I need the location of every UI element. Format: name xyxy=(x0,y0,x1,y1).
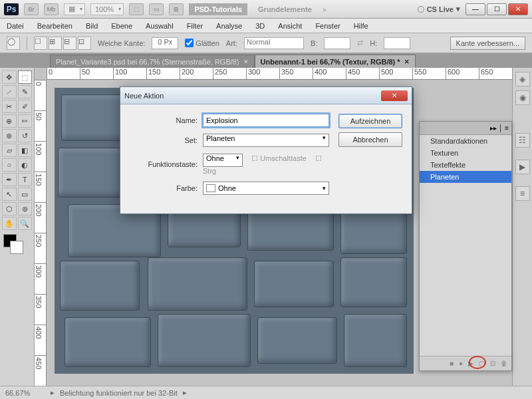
shape-tool[interactable]: ▭ xyxy=(18,188,33,201)
minimize-button[interactable]: — xyxy=(466,3,485,15)
function-key-select[interactable]: Ohne xyxy=(203,154,243,167)
menu-3d[interactable]: 3D xyxy=(249,22,271,30)
type-tool[interactable]: T xyxy=(18,173,33,186)
menu-bearbeiten[interactable]: Bearbeiten xyxy=(31,22,79,30)
bridge-button[interactable]: Br xyxy=(24,3,39,15)
lasso-tool[interactable]: ⟋ xyxy=(2,85,17,98)
dialog-close-button[interactable]: ✕ xyxy=(381,90,408,101)
pen-tool[interactable]: ✒ xyxy=(2,173,17,186)
toolbox: ✥⬚ ⟋✎ ✂✐ ⊕✏ ⊛↺ ▱◧ ○◐ ✒T ↖▭ ⬡⊚ ✋🔍 xyxy=(0,68,35,386)
maximize-button[interactable]: ☐ xyxy=(487,3,507,15)
close-button[interactable]: ✕ xyxy=(508,3,528,15)
zoom-display[interactable]: 66,67% xyxy=(5,389,45,397)
3d-tool[interactable]: ⬡ xyxy=(2,202,17,215)
close-icon[interactable]: ✕ xyxy=(243,59,249,65)
path-tool[interactable]: ↖ xyxy=(2,188,17,201)
close-icon[interactable]: ✕ xyxy=(404,59,410,65)
document-tab-2[interactable]: Unbenannt-1 bei 66,7% (Textur, RGB/8) *✕ xyxy=(255,55,416,68)
menu-analyse[interactable]: Analyse xyxy=(209,22,249,30)
menu-ebene[interactable]: Ebene xyxy=(104,22,139,30)
function-key-label: Funktionstaste: xyxy=(130,160,203,168)
view-icon-1[interactable]: ⬚ xyxy=(129,3,144,15)
3d-camera-tool[interactable]: ⊚ xyxy=(18,202,33,215)
menu-ansicht[interactable]: Ansicht xyxy=(271,22,309,30)
document-tab-1[interactable]: Planet_Variante3.psd bei 66,7% (Sternens… xyxy=(50,55,255,68)
zoom-dropdown[interactable]: 100% xyxy=(90,3,124,15)
history-brush-tool[interactable]: ↺ xyxy=(18,129,33,142)
name-label: Name: xyxy=(130,116,203,124)
menu-datei[interactable]: Datei xyxy=(0,22,31,30)
wand-tool[interactable]: ✎ xyxy=(18,85,33,98)
width-label: B: xyxy=(311,39,317,47)
menu-hilfe[interactable]: Hilfe xyxy=(347,22,375,30)
set-select[interactable]: Planeten xyxy=(203,134,329,147)
style-select[interactable]: Normal xyxy=(244,37,304,49)
width-input[interactable] xyxy=(324,37,350,49)
layers-icon[interactable]: ◈ xyxy=(515,72,530,86)
move-tool[interactable]: ✥ xyxy=(2,70,17,84)
gradient-tool[interactable]: ◧ xyxy=(18,144,33,157)
actions-panel: ▸▸ │ ≡ Standardaktionen Texturen Texteff… xyxy=(419,121,512,371)
new-selection-icon[interactable]: ☐ xyxy=(34,37,47,50)
hand-tool[interactable]: ✋ xyxy=(2,217,17,230)
view-extras-dropdown[interactable]: ▦ xyxy=(64,3,85,15)
stop-icon[interactable]: ■ xyxy=(450,360,454,367)
intersect-selection-icon[interactable]: ⊡ xyxy=(78,37,91,50)
panel-header[interactable]: ▸▸ │ ≡ xyxy=(420,122,511,135)
record-button[interactable]: Aufzeichnen xyxy=(338,114,402,128)
channels-icon[interactable]: ◉ xyxy=(515,90,530,105)
new-action-icon[interactable]: ⊡ xyxy=(490,360,495,367)
menu-auswahl[interactable]: Auswahl xyxy=(139,22,180,30)
cancel-button[interactable]: Abbrechen xyxy=(338,132,402,147)
heal-tool[interactable]: ⊕ xyxy=(2,114,17,128)
action-set-item[interactable]: Texturen xyxy=(420,147,511,159)
tool-preset-icon[interactable]: ◯ xyxy=(7,37,20,50)
dialog-titlebar[interactable]: Neue Aktion ✕ xyxy=(120,87,412,104)
color-select[interactable]: Ohne xyxy=(203,182,329,195)
zoom-tool[interactable]: 🔍 xyxy=(18,217,33,230)
minibridge-button[interactable]: Mb xyxy=(44,3,59,15)
menu-bild[interactable]: Bild xyxy=(79,22,104,30)
stamp-tool[interactable]: ⊛ xyxy=(2,129,17,142)
height-label: H: xyxy=(370,39,377,47)
refine-edge-button[interactable]: Kante verbessern... xyxy=(450,37,525,50)
dodge-tool[interactable]: ◐ xyxy=(18,158,33,172)
background-color[interactable] xyxy=(10,241,23,254)
feather-label: Weiche Kante: xyxy=(98,39,145,47)
crop-tool[interactable]: ✂ xyxy=(2,100,17,113)
eraser-tool[interactable]: ▱ xyxy=(2,144,17,157)
color-label: Farbe: xyxy=(130,184,203,192)
view-icon-2[interactable]: ▭ xyxy=(149,3,164,15)
view-icon-3[interactable]: ⊞ xyxy=(169,3,184,15)
blur-tool[interactable]: ○ xyxy=(2,158,17,172)
add-selection-icon[interactable]: ⊞ xyxy=(49,37,62,50)
marquee-tool[interactable]: ⬚ xyxy=(18,70,33,84)
play-icon[interactable]: ▶ xyxy=(468,360,473,367)
dialog-title: Neue Aktion xyxy=(124,92,164,100)
subtract-selection-icon[interactable]: ⊟ xyxy=(63,37,76,50)
eyedropper-tool[interactable]: ✐ xyxy=(18,100,33,113)
properties-icon[interactable]: ≡ xyxy=(515,186,530,201)
action-set-item[interactable]: Texteffekte xyxy=(420,159,511,171)
workspace-inactive[interactable]: Grundelemente xyxy=(253,3,317,15)
color-swatches[interactable] xyxy=(2,234,29,258)
new-set-icon[interactable]: ▢ xyxy=(479,360,485,367)
height-input[interactable] xyxy=(384,37,410,49)
menu-fenster[interactable]: Fenster xyxy=(309,22,346,30)
record-icon[interactable]: ● xyxy=(459,360,463,367)
trash-icon[interactable]: 🗑 xyxy=(501,360,507,367)
menu-filter[interactable]: Filter xyxy=(180,22,209,30)
antialias-checkbox[interactable]: Glätten xyxy=(185,39,219,47)
history-icon[interactable]: ☷ xyxy=(515,133,530,148)
action-set-item-selected[interactable]: Planeten xyxy=(420,171,511,183)
actions-icon[interactable]: ▶ xyxy=(515,160,530,174)
workspace-active[interactable]: PSD-Tutorials xyxy=(189,3,247,15)
brush-tool[interactable]: ✏ xyxy=(18,114,33,128)
shift-checkbox: ☐ Umschalttaste xyxy=(251,154,307,162)
name-input[interactable] xyxy=(203,114,329,127)
cslive-button[interactable]: CS Live ▾ xyxy=(418,5,460,13)
right-dock: ◈ ◉ ☷ ▶ ≡ xyxy=(512,68,532,386)
feather-input[interactable]: 0 Px xyxy=(152,37,178,49)
action-set-item[interactable]: Standardaktionen xyxy=(420,135,511,147)
new-action-dialog: Neue Aktion ✕ Name: Set: Planeten Funkti… xyxy=(120,86,412,214)
